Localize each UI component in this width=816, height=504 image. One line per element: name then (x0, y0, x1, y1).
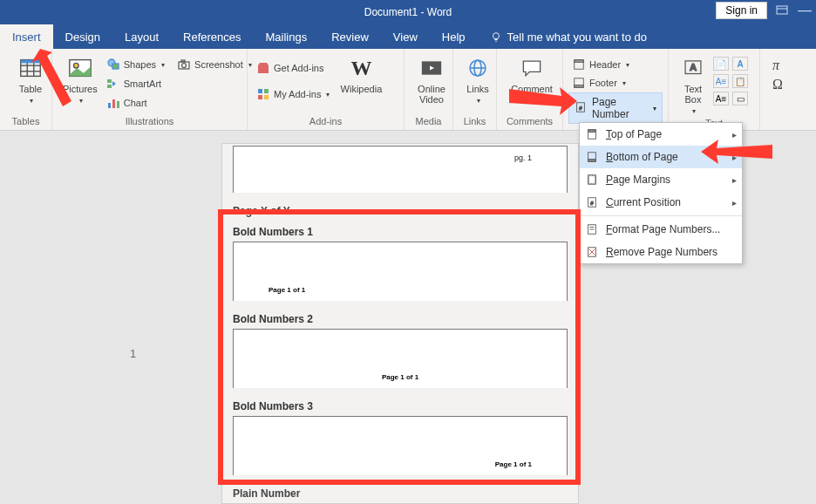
svg-rect-15 (107, 79, 112, 83)
smartart-label: SmartArt (124, 78, 161, 89)
preview-bold3-text: Page 1 of 1 (495, 460, 532, 468)
my-addins-button[interactable]: My Add-ins▾ (253, 85, 333, 103)
page-number-button[interactable]: # Page Number▾ (568, 92, 663, 124)
smartart-button[interactable]: SmartArt (103, 75, 168, 92)
dd-page-margins[interactable]: Page Margins ▸ (580, 168, 742, 191)
tell-me-search[interactable]: Tell me what you want to do (478, 24, 647, 49)
gallery-bold1-preview[interactable]: Page 1 of 1 (233, 242, 568, 301)
group-comments-label: Comments (502, 116, 557, 128)
my-addins-label: My Add-ins (274, 89, 321, 99)
pictures-button[interactable]: Pictures▾ (58, 52, 103, 107)
equation-button[interactable]: π (772, 58, 779, 73)
tab-help[interactable]: Help (430, 24, 478, 49)
dd-format-label: ormat Page Numbers... (612, 223, 720, 235)
dd-bottom-label: ottom of Page (613, 151, 678, 163)
link-icon (464, 54, 492, 82)
pictures-icon (66, 54, 94, 82)
svg-rect-24 (264, 89, 269, 93)
ribbon-display-icon[interactable] (774, 3, 790, 18)
tab-review[interactable]: Review (319, 24, 381, 49)
svg-rect-35 (575, 85, 584, 88)
get-addins-button[interactable]: Get Add-ins (253, 59, 333, 77)
page-number-label: Page Number (592, 96, 646, 120)
screenshot-icon (177, 58, 191, 72)
gallery-bold3-label: Bold Numbers 3 (222, 395, 578, 414)
dd-current-position[interactable]: # Current Position ▸ (580, 191, 742, 214)
svg-rect-14 (112, 64, 119, 69)
pictures-label: Pictures (63, 84, 98, 94)
gallery-category-plain: Plain Number (222, 482, 578, 503)
margins-icon (585, 173, 599, 187)
header-button[interactable]: Header▾ (568, 56, 663, 73)
svg-rect-10 (21, 60, 41, 64)
video-icon (418, 54, 445, 82)
dd-bottom-of-page[interactable]: Bottom of Page ▸ (580, 146, 742, 168)
current-pos-icon: # (585, 195, 599, 209)
symbol-button[interactable]: Ω (772, 77, 779, 92)
chart-label: Chart (124, 98, 147, 108)
lightbulb-icon (490, 31, 502, 43)
group-media-label: Media (410, 116, 447, 128)
svg-rect-16 (107, 85, 112, 88)
textbox-icon: A (679, 54, 707, 82)
window-title: Document1 - Word (364, 6, 452, 18)
svg-text:#: # (579, 104, 582, 110)
gallery-preview-top[interactable]: pg. 1 (233, 146, 568, 193)
gallery-bold2-preview[interactable]: Page 1 of 1 (233, 329, 568, 388)
footer-icon (572, 76, 586, 90)
gallery-bold3-preview[interactable]: Page 1 of 1 (233, 416, 568, 475)
header-label: Header (589, 59, 621, 70)
quick-parts-icon[interactable]: 📄 (713, 57, 729, 71)
signature-icon[interactable]: 📋 (732, 74, 748, 88)
wikipedia-button[interactable]: W Wikipedia (333, 52, 389, 96)
screenshot-button[interactable]: Screenshot▾ (173, 56, 255, 73)
top-page-icon (585, 127, 599, 141)
tab-mailings[interactable]: Mailings (254, 24, 320, 49)
tab-insert[interactable]: Insert (0, 24, 53, 49)
svg-rect-22 (181, 60, 185, 62)
minimize-icon[interactable]: — (797, 3, 813, 18)
svg-rect-19 (117, 101, 119, 108)
table-label: Table (19, 84, 42, 94)
tab-references[interactable]: References (171, 24, 253, 49)
group-addins-label: Add-ins (253, 116, 398, 128)
svg-point-12 (73, 63, 78, 68)
tab-view[interactable]: View (381, 24, 430, 49)
table-button[interactable]: Table▾ (5, 52, 56, 107)
footer-button[interactable]: Footer▾ (568, 74, 663, 92)
shapes-label: Shapes (124, 59, 156, 70)
comment-button[interactable]: Comment (502, 52, 561, 96)
preview-bold2-text: Page 1 of 1 (382, 373, 418, 381)
svg-rect-23 (258, 89, 262, 93)
dropcap-icon[interactable]: A≡ (713, 74, 729, 88)
chart-button[interactable]: Chart (103, 94, 168, 112)
page-number-gallery: pg. 1 Page X of Y Bold Numbers 1 Page 1 … (221, 143, 579, 504)
dd-top-of-page[interactable]: Top of Page ▸ (580, 123, 742, 146)
wikipedia-label: Wikipedia (341, 84, 383, 94)
svg-rect-18 (112, 99, 115, 108)
gallery-bold2-label: Bold Numbers 2 (222, 308, 578, 327)
tab-layout[interactable]: Layout (112, 24, 171, 49)
sign-in-button[interactable]: Sign in (716, 2, 767, 19)
submenu-caret-icon: ▸ (732, 130, 737, 140)
wordart-icon[interactable]: A (732, 57, 748, 71)
shapes-button[interactable]: Shapes▾ (103, 56, 168, 73)
svg-rect-25 (258, 95, 262, 99)
textbox-button[interactable]: A Text Box▾ (674, 52, 712, 118)
date-icon[interactable]: A≡ (713, 92, 729, 106)
links-button[interactable]: Links▾ (459, 52, 497, 107)
dd-format-page-numbers[interactable]: Format Page Numbers... (580, 218, 742, 241)
preview-bold1-text: Page 1 of 1 (269, 286, 305, 294)
online-video-button[interactable]: Online Video (410, 52, 453, 106)
svg-rect-0 (777, 6, 787, 14)
tab-design[interactable]: Design (53, 24, 112, 49)
submenu-caret-icon: ▸ (732, 175, 737, 185)
object-icon[interactable]: ▭ (732, 92, 748, 106)
page-number-display: 1 (130, 347, 136, 360)
dd-remove-page-numbers[interactable]: Remove Page Numbers (580, 241, 742, 263)
group-links-label: Links (459, 116, 491, 128)
addins-icon (256, 87, 270, 101)
links-label: Links (466, 84, 489, 94)
dd-current-label: urrent Position (614, 196, 681, 208)
svg-point-21 (182, 64, 187, 68)
